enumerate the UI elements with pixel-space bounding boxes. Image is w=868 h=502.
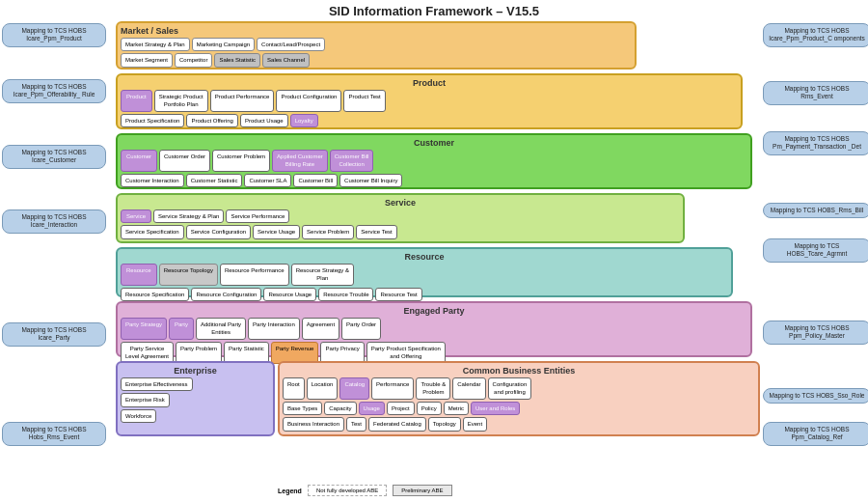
section-common: Common Business Entities Root Location C… [278,361,760,436]
box-root: Root [283,377,305,400]
box-event: Event [463,417,487,431]
box-strategic-product: Strategic ProductPortfolio Plan [154,90,208,112]
box-customer-sla: Customer SLA [244,174,291,187]
box-party-order: Party Order [341,318,381,340]
box-resource-topology: Resource Topology [159,264,218,286]
box-location: Location [307,377,339,400]
box-product-usage: Product Usage [240,114,288,127]
box-business-interaction: Business Interaction [283,417,344,431]
box-user-roles: User and Roles [471,402,520,415]
box-product: Product [121,90,152,112]
box-resource-config: Resource Configuration [191,288,261,301]
box-customer-problem: Customer Problem [212,150,270,172]
box-marketing-campaign: Marketing Campaign [192,38,255,51]
box-performance: Performance [371,377,414,400]
box-customer-interaction: Customer Interaction [121,174,184,187]
box-resource-trouble: Resource Trouble [318,288,373,301]
section-party: Engaged Party Party Strategy Party Addit… [116,301,752,357]
left-label-3: Mapping to TCS HOBS Icare_Customer [2,145,106,169]
box-service-performance: Service Performance [226,209,289,223]
market-title: Market / Sales [121,26,632,36]
box-loyalty: Loyalty [290,114,318,127]
right-label-4: Mapping to TCS HOBS_Rms_Bill [763,203,868,218]
service-title: Service [121,198,680,208]
box-resource-spec: Resource Specification [121,288,189,301]
party-title: Engaged Party [121,306,747,316]
left-label-2: Mapping to TCS HOBS Icare_Ppm_Offerabili… [2,79,106,103]
box-resource: Resource [121,264,157,286]
box-project: Project [387,402,415,415]
right-label-2: Mapping to TCS HOBS Rms_Event [763,81,868,105]
box-enterprise-effectiveness: Enterprise Effectiveness [121,377,193,391]
box-product-config: Product Configuration [276,90,341,112]
right-label-8: Mapping to TCS HOBS Ppm_Catalog_Ref [763,422,868,446]
box-contact: Contact/Lead/Prospect [257,38,325,51]
legend-item-1: Not fully developed ABE [308,485,387,496]
box-policy: Policy [417,402,442,415]
box-capacity: Capacity [324,402,356,415]
section-service: Service Service Service Strategy & Plan … [116,193,685,243]
box-federated-catalog: Federated Catalog [368,417,426,431]
box-applied-customer: Applied CustomerBilling Rate [272,150,328,172]
right-label-1: Mapping to TCS HOBS Icare_Ppm_Product_C … [763,23,868,47]
box-customer-statistic: Customer Statistic [186,174,243,187]
box-sales-statistic: Sales Statistic [214,53,260,67]
enterprise-title: Enterprise [121,366,270,376]
box-customer-bill: Customer Bill [293,174,338,187]
box-metric: Metric [444,402,469,415]
box-usage: Usage [359,402,385,415]
legend-item-2: Preliminary ABE [393,485,451,496]
box-enterprise-risk: Enterprise Risk [121,393,170,406]
box-service-config: Service Configuration [186,225,251,238]
box-topology: Topology [428,417,461,431]
box-party-interaction: Party Interaction [248,318,300,340]
box-trouble: Trouble &Problem [416,377,450,400]
box-market-strategy: Market Strategy & Plan [121,38,190,51]
box-party: Party [169,318,194,340]
right-label-7: Mapping to TCS HOBS_Sso_Role [763,388,868,404]
box-customer-bill-collection: Customer BillCollection [330,150,374,172]
box-service: Service [121,209,151,223]
left-label-4: Mapping to TCS HOBS Icare_Interaction [2,209,106,234]
section-enterprise: Enterprise Enterprise Effectiveness Ente… [116,361,275,436]
box-test: Test [346,417,366,431]
box-service-problem: Service Problem [302,225,354,238]
legend-label: Legend [278,488,302,494]
box-product-test: Product Test [343,90,385,112]
section-market: Market / Sales Market Strategy & Plan Ma… [116,21,637,70]
legend: Legend Not fully developed ABE Prelimina… [278,485,452,496]
box-service-usage: Service Usage [253,225,300,238]
box-customer-bill-inquiry: Customer Bill Inquiry [339,174,402,187]
box-service-test: Service Test [356,225,397,238]
box-product-offering: Product Offering [186,114,238,127]
box-resource-test: Resource Test [375,288,421,301]
box-service-spec: Service Specification [121,225,184,238]
box-service-strategy: Service Strategy & Plan [153,209,224,223]
box-agreement: Agreement [302,318,339,340]
right-label-6: Mapping to TCS HOBS Ppm_Policy_Master [763,321,868,345]
left-label-6: Mapping to TCS HOBS Hobs_Rms_Event [2,422,106,446]
page-title: SID Information Framework – V15.5 [0,0,868,20]
box-sales-channel: Sales Channel [262,53,310,67]
box-workforce: Workforce [121,409,156,423]
section-resource: Resource Resource Resource Topology Reso… [116,247,733,297]
left-label-1: Mapping to TCS HOBS Icare_Ppm_Product [2,23,106,47]
section-product: Product Product Strategic ProductPortfol… [116,73,743,129]
box-resource-performance: Resource Performance [220,264,289,286]
section-customer: Customer Customer Customer Order Custome… [116,133,752,189]
left-label-5: Mapping to TCS HOBS Icare_Party [2,322,106,347]
resource-title: Resource [121,252,728,262]
right-label-5: Mapping to TCS HOBS_Tcare_Agrmnt [763,238,868,263]
box-market-segment: Market Segment [121,53,173,67]
box-product-performance: Product Performance [210,90,275,112]
product-title: Product [121,78,738,88]
box-catalog: Catalog [339,377,369,400]
box-party-strategy: Party Strategy [121,318,167,340]
box-customer-order: Customer Order [159,150,210,172]
box-base-types: Base Types [283,402,322,415]
box-competitor: Competitor [175,53,212,67]
box-product-spec: Product Specification [121,114,184,127]
box-calendar: Calendar [452,377,485,400]
main-container: SID Information Framework – V15.5 Mappin… [0,0,868,502]
box-config-profiling: Configurationand profiling [488,377,532,400]
